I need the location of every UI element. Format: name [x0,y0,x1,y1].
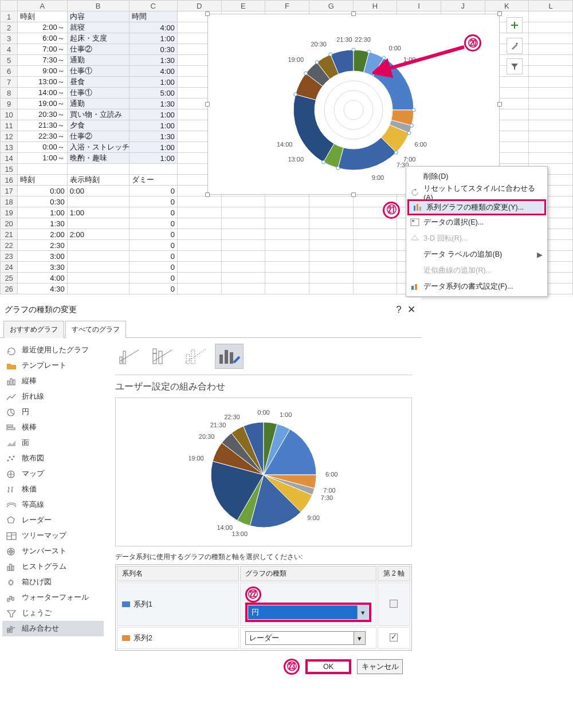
cell[interactable]: 就寝 [67,22,129,33]
cell[interactable]: 晩酌・趣味 [67,153,129,164]
cell[interactable]: 0 [129,284,177,294]
col-F[interactable]: F [265,1,309,11]
row-15[interactable]: 15 [1,164,18,175]
col-D[interactable]: D [177,1,221,11]
chartcat-combo[interactable]: 組み合わせ [2,621,104,636]
cell[interactable]: 表示時刻 [67,175,129,186]
cell[interactable]: 19:00～ [18,99,67,109]
cell[interactable]: 0 [129,240,177,251]
cell[interactable]: 仕事① [67,88,129,99]
chartcat-funnel[interactable]: じょうご [2,605,104,621]
resize-handle[interactable] [497,102,502,107]
row-20[interactable]: 20 [1,218,18,229]
col-J[interactable]: J [441,1,485,11]
row-12[interactable]: 12 [1,131,18,142]
cell[interactable]: 仕事① [67,66,129,77]
chevron-down-icon[interactable]: ▾ [357,605,368,619]
cell[interactable]: 通勤 [67,99,129,109]
cell[interactable]: 0 [129,196,177,207]
cell[interactable]: 20:30～ [18,109,67,120]
row-16[interactable]: 16 [1,175,18,186]
row-22[interactable]: 22 [1,240,18,251]
row-17[interactable]: 17 [1,186,18,196]
col-C[interactable]: C [129,1,177,11]
cell[interactable]: 4:00 [129,66,177,77]
cell[interactable] [67,273,129,284]
cell[interactable]: 1:00 [129,33,177,44]
cell[interactable]: 1:00 [129,120,177,131]
cell[interactable]: 1:00～ [18,153,67,164]
chart-filters-button[interactable] [507,58,523,74]
cell[interactable]: 内容 [67,11,129,22]
row-19[interactable]: 19 [1,207,18,218]
chartcat-radar[interactable]: レーダー [2,513,104,528]
chartcat-bar[interactable]: 横棒 [2,420,104,435]
chartcat-column[interactable]: 縦棒 [2,373,104,389]
row-6[interactable]: 6 [1,66,18,77]
series2-axis2-checkbox[interactable] [390,633,398,642]
chartcat-line[interactable]: 折れ線 [2,389,104,404]
chartcat-folder[interactable]: テンプレート [2,358,104,373]
row-10[interactable]: 10 [1,109,18,120]
row-26[interactable]: 26 [1,284,18,294]
chartcat-sunburst[interactable]: サンバースト [2,544,104,559]
context-menu[interactable]: 削除(D)リセットしてスタイルに合わせる(A)系列グラフの種類の変更(Y)...… [406,166,548,297]
chartcat-area[interactable]: 面 [2,435,104,451]
cell[interactable]: 時刻 [18,175,67,186]
row-3[interactable]: 3 [1,33,18,44]
cell[interactable]: 0 [129,229,177,240]
cell[interactable]: 1:30 [129,131,177,142]
row-21[interactable]: 21 [1,229,18,240]
chartcat-scatter[interactable]: 散布図 [2,451,104,466]
chartcat-recent[interactable]: 最近使用したグラフ [2,343,104,358]
chartcat-treemap[interactable]: ツリーマップ [2,528,104,544]
row-8[interactable]: 8 [1,88,18,99]
cell[interactable]: 買い物・立読み [67,109,129,120]
cell[interactable] [67,262,129,273]
cell[interactable]: 仕事② [67,131,129,142]
cell[interactable]: 通勤 [67,55,129,66]
chartcat-boxw[interactable]: 箱ひげ図 [2,574,104,590]
cell[interactable]: 0 [129,273,177,284]
chartcat-stock[interactable]: 株価 [2,482,104,497]
resize-handle[interactable] [205,11,210,16]
cell[interactable]: 6:00～ [18,33,67,44]
cell[interactable]: 時刻 [18,11,67,22]
cell[interactable]: 14:00～ [18,88,67,99]
ctx-A[interactable]: リセットしてスタイルに合わせる(A) [406,184,547,200]
cell[interactable]: 2:00 [67,229,129,240]
tab-recommended[interactable]: おすすめグラフ [3,321,64,338]
cell[interactable]: 22:30～ [18,131,67,142]
cell[interactable]: 1:30 [18,218,67,229]
cell[interactable]: 0 [129,186,177,196]
cell[interactable]: 2:00～ [18,22,67,33]
cell[interactable]: 時間 [129,11,177,22]
cell[interactable]: 1:00 [18,207,67,218]
cell[interactable]: 0:00～ [18,142,67,153]
cell[interactable]: 0 [129,218,177,229]
subtype-clustered[interactable] [115,344,144,369]
row-24[interactable]: 24 [1,262,18,273]
subtype-custom[interactable] [215,344,244,369]
cell[interactable]: 1:00 [129,77,177,88]
subtype-stacked[interactable] [148,344,177,369]
resize-handle[interactable] [497,11,502,16]
col-H[interactable]: H [353,1,397,11]
col-L[interactable]: L [529,1,573,11]
cell[interactable]: 1:30 [129,55,177,66]
col-header-row[interactable]: A B C D E F G H I J K L [1,1,573,11]
row-14[interactable]: 14 [1,153,18,164]
cell[interactable] [67,196,129,207]
cell[interactable]: 5:00 [129,88,177,99]
cell[interactable]: 夕食 [67,120,129,131]
col-B[interactable]: B [67,1,129,11]
cancel-button[interactable]: キャンセル [357,659,403,674]
cell[interactable]: 0 [129,207,177,218]
cell[interactable]: 4:00 [129,22,177,33]
chartcat-surface[interactable]: 等高線 [2,497,104,513]
ctx-F[interactable]: データ系列の書式設定(F)... [406,278,547,294]
resize-handle[interactable] [351,192,356,197]
row-11[interactable]: 11 [1,120,18,131]
chevron-down-icon[interactable]: ▾ [354,632,365,644]
cell[interactable]: 13:00～ [18,77,67,88]
